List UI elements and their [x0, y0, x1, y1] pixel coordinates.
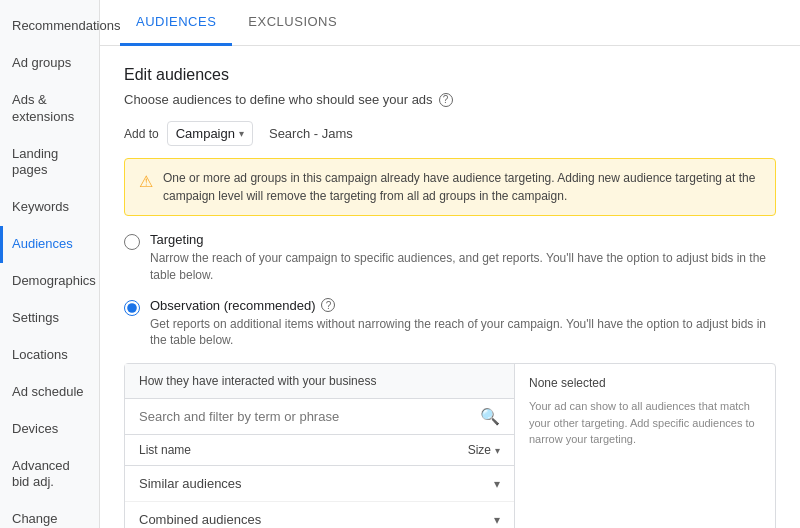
- right-panel-desc: Your ad can show to all audiences that m…: [529, 398, 761, 448]
- targeting-radio[interactable]: [124, 234, 140, 250]
- main-content: AUDIENCESEXCLUSIONS Edit audiences Choos…: [100, 0, 800, 528]
- sidebar-item-ads-extensions[interactable]: Ads & extensions: [0, 82, 99, 136]
- tabs-bar: AUDIENCESEXCLUSIONS: [100, 0, 800, 46]
- sidebar-item-change-history[interactable]: Change history: [0, 501, 99, 528]
- observation-text: Observation (recommended) ? Get reports …: [150, 298, 776, 350]
- sidebar-item-landing-pages[interactable]: Landing pages: [0, 136, 99, 190]
- left-panel: How they have interacted with your busin…: [125, 364, 515, 528]
- targeting-desc: Narrow the reach of your campaign to spe…: [150, 250, 776, 284]
- add-to-dropdown[interactable]: Campaign ▾: [167, 121, 253, 146]
- sidebar-item-demographics[interactable]: Demographics: [0, 263, 99, 300]
- warning-icon: ⚠: [139, 170, 153, 205]
- audience-table: How they have interacted with your busin…: [124, 363, 776, 528]
- observation-help-icon[interactable]: ?: [321, 298, 335, 312]
- search-icon: 🔍: [480, 407, 500, 426]
- content-area: Edit audiences Choose audiences to defin…: [100, 46, 800, 528]
- sidebar-item-locations[interactable]: Locations: [0, 337, 99, 374]
- add-to-label: Add to: [124, 127, 159, 141]
- search-bar: 🔍: [125, 399, 514, 435]
- page-title: Edit audiences: [124, 66, 776, 84]
- observation-option: Observation (recommended) ? Get reports …: [124, 298, 776, 350]
- sidebar-item-devices[interactable]: Devices: [0, 411, 99, 448]
- sidebar: RecommendationsAd groupsAds & extensions…: [0, 0, 100, 528]
- tab-audiences[interactable]: AUDIENCES: [120, 0, 232, 46]
- targeting-option: Targeting Narrow the reach of your campa…: [124, 232, 776, 284]
- observation-label: Observation (recommended): [150, 298, 315, 313]
- subtitle-help-icon[interactable]: ?: [439, 93, 453, 107]
- sort-icon[interactable]: ▾: [495, 445, 500, 456]
- observation-desc: Get reports on additional items without …: [150, 316, 776, 350]
- right-panel-header: None selected: [529, 376, 761, 390]
- list-item[interactable]: Similar audiences▾: [125, 466, 514, 502]
- targeting-text: Targeting Narrow the reach of your campa…: [150, 232, 776, 284]
- chevron-down-icon: ▾: [239, 128, 244, 139]
- chevron-down-icon: ▾: [494, 477, 500, 491]
- list-header-name: List name: [139, 443, 191, 457]
- list-item[interactable]: Combined audiences▾: [125, 502, 514, 528]
- list-item-label: Similar audiences: [139, 476, 242, 491]
- list-header-size-container: Size ▾: [468, 443, 500, 457]
- observation-radio[interactable]: [124, 300, 140, 316]
- list-items-container: Similar audiences▾Combined audiences▾Web…: [125, 466, 514, 528]
- sidebar-item-ad-groups[interactable]: Ad groups: [0, 45, 99, 82]
- targeting-label: Targeting: [150, 232, 776, 247]
- sidebar-item-recommendations[interactable]: Recommendations: [0, 8, 99, 45]
- list-header: List name Size ▾: [125, 435, 514, 466]
- warning-text: One or more ad groups in this campaign a…: [163, 169, 761, 205]
- list-item-label: Combined audiences: [139, 512, 261, 527]
- tab-exclusions[interactable]: EXCLUSIONS: [232, 0, 353, 46]
- chevron-down-icon: ▾: [494, 513, 500, 527]
- right-panel: None selected Your ad can show to all au…: [515, 364, 775, 528]
- campaign-name: Search - Jams: [261, 126, 353, 141]
- sidebar-item-keywords[interactable]: Keywords: [0, 189, 99, 226]
- left-panel-header: How they have interacted with your busin…: [125, 364, 514, 399]
- add-to-row: Add to Campaign ▾ Search - Jams: [124, 121, 776, 146]
- sidebar-item-audiences[interactable]: Audiences: [0, 226, 99, 263]
- search-input[interactable]: [139, 409, 472, 424]
- sidebar-item-settings[interactable]: Settings: [0, 300, 99, 337]
- warning-box: ⚠ One or more ad groups in this campaign…: [124, 158, 776, 216]
- sidebar-item-ad-schedule[interactable]: Ad schedule: [0, 374, 99, 411]
- dropdown-label: Campaign: [176, 126, 235, 141]
- page-subtitle: Choose audiences to define who should se…: [124, 92, 776, 107]
- sidebar-item-advanced-bid[interactable]: Advanced bid adj.: [0, 448, 99, 502]
- list-header-size-label: Size: [468, 443, 491, 457]
